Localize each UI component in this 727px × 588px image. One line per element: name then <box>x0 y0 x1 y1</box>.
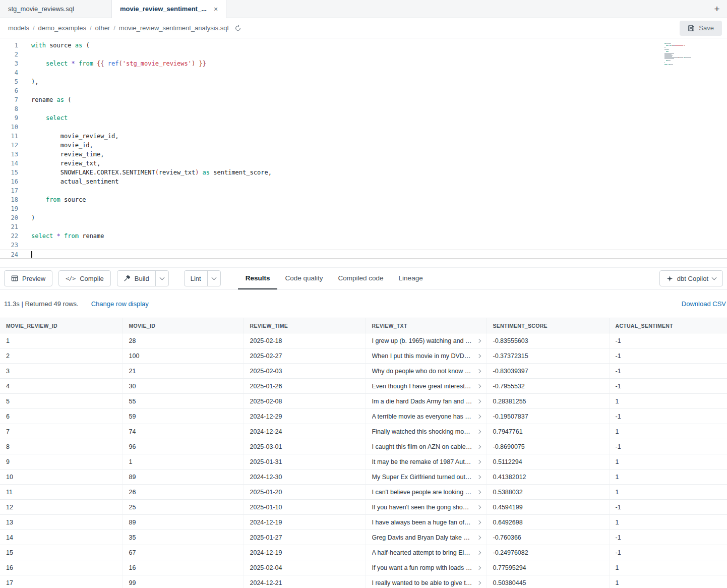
expand-review-icon[interactable] <box>476 444 480 448</box>
code-line[interactable]: 1with source as ( <box>0 41 727 50</box>
expand-review-icon[interactable] <box>476 369 480 373</box>
code-line[interactable]: 11 movie_review_id, <box>0 132 727 141</box>
save-button[interactable]: Save <box>680 21 722 36</box>
close-tab-icon[interactable]: × <box>214 5 218 13</box>
review-cell: If you want a fun romp with loads of s… <box>372 564 480 571</box>
expand-review-icon[interactable] <box>476 384 480 388</box>
code-line[interactable]: 21 <box>0 222 727 231</box>
expand-review-icon[interactable] <box>476 550 480 554</box>
code-line[interactable]: 22select * from rename <box>0 231 727 241</box>
tab-lineage[interactable]: Lineage <box>391 267 431 289</box>
lint-button[interactable]: Lint <box>185 271 207 286</box>
code-line[interactable]: 8 <box>0 104 727 113</box>
dbt-copilot-button[interactable]: dbt Copilot <box>659 270 723 286</box>
cell-movie-id: 30 <box>123 379 244 394</box>
code-line[interactable]: 3 select * from {{ ref('stg_movie_review… <box>0 59 727 68</box>
minimap-seg <box>664 47 665 48</box>
expand-review-icon[interactable] <box>476 399 480 403</box>
expand-review-icon[interactable] <box>476 505 480 509</box>
expand-review-icon[interactable] <box>476 414 480 418</box>
tab-movie-review-sentiment[interactable]: movie_review_sentiment_... × <box>112 0 226 18</box>
cell-sentiment-score: 0.4594199 <box>487 500 609 515</box>
code-line[interactable]: 16 actual_sentiment <box>0 177 727 186</box>
chevron-down-icon <box>211 275 216 280</box>
expand-review-icon[interactable] <box>476 338 480 342</box>
code-token <box>53 232 56 240</box>
cell-movie-id: 100 <box>123 348 244 364</box>
col-review-time[interactable]: REVIEW_TIME <box>244 318 366 333</box>
review-cell: I can't believe people are looking for a… <box>372 489 480 496</box>
cell-sentiment-score: 0.5112294 <box>487 454 609 469</box>
expand-review-icon[interactable] <box>476 580 480 584</box>
cell-actual-sentiment: 1 <box>609 394 727 409</box>
tab-stg-movie-reviews[interactable]: stg_movie_reviews.sql <box>0 0 112 18</box>
code-line[interactable]: 17 <box>0 186 727 195</box>
code-token: select <box>46 60 68 67</box>
minimap-seg <box>664 58 674 59</box>
expand-review-icon[interactable] <box>476 429 480 433</box>
expand-review-icon[interactable] <box>476 475 480 479</box>
code-line[interactable]: 13 review_time, <box>0 150 727 159</box>
minimap-seg <box>684 45 685 46</box>
code-line[interactable]: 14 review_txt, <box>0 159 727 168</box>
expand-review-icon[interactable] <box>476 535 480 539</box>
code-line[interactable]: 20) <box>0 213 727 222</box>
preview-button[interactable]: Preview <box>4 270 52 286</box>
code-line[interactable]: 9 select <box>0 113 727 123</box>
lint-dropdown-button[interactable] <box>207 271 220 286</box>
cell-review-txt: It may be the remake of 1987 Autumn'… <box>366 454 487 469</box>
code-line[interactable]: 23 <box>0 241 727 250</box>
minimap-seg <box>664 62 665 63</box>
breadcrumb-demo-examples[interactable]: demo_examples <box>38 24 86 32</box>
expand-review-icon[interactable] <box>476 520 480 524</box>
lint-button-group: Lint <box>184 270 221 286</box>
build-dropdown-button[interactable] <box>155 271 168 286</box>
code-line[interactable]: 2 <box>0 50 727 59</box>
expand-review-icon[interactable] <box>476 354 480 358</box>
breadcrumb-other[interactable]: other <box>95 24 110 32</box>
col-actual-sentiment[interactable]: ACTUAL_SENTIMENT <box>609 318 727 333</box>
expand-review-icon[interactable] <box>476 459 480 463</box>
code-line[interactable]: 24 <box>0 250 727 259</box>
download-csv-link[interactable]: Download CSV <box>682 300 726 308</box>
code-line[interactable]: 12 movie_id, <box>0 141 727 150</box>
new-tab-button[interactable]: + <box>707 0 727 18</box>
code-line[interactable]: 7rename as ( <box>0 95 727 104</box>
col-movie-review-id[interactable]: MOVIE_REVIEW_ID <box>0 318 123 333</box>
code-line[interactable]: 5), <box>0 77 727 86</box>
compile-button[interactable]: </> Compile <box>58 270 111 286</box>
editor-minimap[interactable] <box>664 43 704 67</box>
line-number: 14 <box>0 159 18 168</box>
file-refresh-icon[interactable] <box>234 24 242 32</box>
code-line[interactable]: 4 <box>0 68 727 77</box>
tab-compiled-code[interactable]: Compiled code <box>331 267 391 289</box>
breadcrumb-models[interactable]: models <box>8 24 29 32</box>
cell-movie-review-id: 9 <box>0 454 123 469</box>
change-row-display-link[interactable]: Change row display <box>91 300 149 308</box>
line-number: 9 <box>0 113 18 123</box>
code-line[interactable]: 19 <box>0 204 727 213</box>
code-editor[interactable]: 1with source as (23 select * from {{ ref… <box>0 38 727 267</box>
cell-review-txt: A half-hearted attempt to bring Elvis P… <box>366 545 487 560</box>
line-number: 1 <box>0 41 18 50</box>
expand-review-icon[interactable] <box>476 490 480 494</box>
col-sentiment-score[interactable]: SENTIMENT_SCORE <box>487 318 609 333</box>
code-line[interactable]: 15 SNOWFLAKE.CORTEX.SENTIMENT(review_txt… <box>0 168 727 177</box>
code-line[interactable]: 18 from source <box>0 195 727 204</box>
line-number: 19 <box>0 204 18 213</box>
line-number: 18 <box>0 195 18 204</box>
cell-review-txt: Finally watched this shocking movie la… <box>366 424 487 439</box>
breadcrumb-separator: / <box>113 24 115 32</box>
expand-review-icon[interactable] <box>476 565 480 569</box>
code-token: review_txt, <box>31 160 100 167</box>
code-line[interactable]: 6 <box>0 86 727 95</box>
code-line[interactable]: 10 <box>0 123 727 132</box>
tab-code-quality[interactable]: Code quality <box>277 267 330 289</box>
build-button[interactable]: Build <box>117 271 155 286</box>
results-tbody: 1282025-02-18I grew up (b. 1965) watchin… <box>0 333 727 588</box>
minimap-seg <box>670 64 673 65</box>
tab-results[interactable]: Results <box>238 267 278 289</box>
col-movie-id[interactable]: MOVIE_ID <box>123 318 244 333</box>
code-token: sentiment_score, <box>210 169 272 176</box>
col-review-txt[interactable]: REVIEW_TXT <box>366 318 487 333</box>
